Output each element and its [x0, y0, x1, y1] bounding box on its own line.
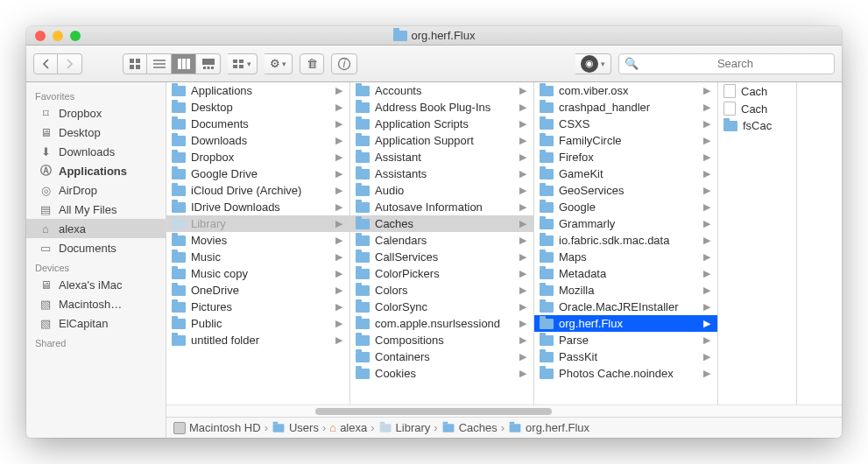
file-row[interactable]: Assistants▶ [350, 165, 533, 182]
file-row[interactable]: Maps▶ [534, 249, 717, 265]
file-row[interactable]: ColorPickers▶ [350, 265, 533, 282]
file-row[interactable]: Google Drive▶ [166, 165, 349, 182]
file-row[interactable]: PassKit▶ [534, 348, 717, 365]
file-row[interactable]: FamilyCircle▶ [534, 132, 717, 149]
horizontal-scrollbar[interactable] [166, 404, 842, 417]
zoom-button[interactable] [70, 31, 81, 41]
sidebar-item[interactable]: ▭Documents [26, 238, 166, 257]
sidebar-item[interactable]: ⒶApplications [26, 161, 166, 180]
file-row[interactable]: com.viber.osx▶ [534, 82, 717, 99]
file-row[interactable]: Documents▶ [166, 116, 349, 132]
folder-icon [356, 169, 370, 179]
sidebar-item[interactable]: ▧Macintosh… [26, 294, 166, 313]
sidebar-item[interactable]: ▧ElCapitan [26, 313, 166, 333]
path-segment[interactable]: Users [272, 421, 319, 434]
back-button[interactable] [33, 53, 58, 74]
file-row[interactable]: Parse▶ [534, 332, 717, 348]
file-row[interactable]: Audio▶ [350, 182, 533, 199]
sidebar-item[interactable]: 🖥Alexa's iMac [26, 275, 166, 294]
path-segment[interactable]: Library [378, 421, 431, 434]
file-row[interactable]: Grammarly▶ [534, 215, 717, 232]
sidebar-item[interactable]: ⌑Dropbox [26, 103, 166, 123]
arrange-button[interactable]: ▾ [228, 53, 258, 74]
column-view-button[interactable] [172, 53, 196, 74]
file-row[interactable]: CSXS▶ [534, 116, 717, 132]
action-button[interactable]: ⚙▾ [265, 53, 293, 74]
file-row[interactable]: fsCac [718, 117, 796, 134]
file-row[interactable]: CallServices▶ [350, 249, 533, 265]
trash-button[interactable]: 🗑 [300, 53, 324, 74]
file-row[interactable]: untitled folder▶ [166, 332, 349, 348]
file-row[interactable]: Music copy▶ [166, 265, 349, 282]
list-view-button[interactable] [147, 53, 172, 74]
file-row[interactable]: Cookies▶ [350, 365, 533, 382]
file-row[interactable]: Address Book Plug-Ins▶ [350, 99, 533, 116]
sidebar-item[interactable]: ⬇Downloads [26, 142, 166, 161]
minimize-button[interactable] [53, 31, 63, 41]
hd-icon: ▧ [39, 297, 53, 311]
file-row[interactable]: Library▶ [166, 215, 349, 232]
scrollbar-thumb[interactable] [315, 408, 552, 415]
file-row[interactable]: Cach [718, 82, 796, 100]
quicklook-button[interactable]: ◉▾ [575, 53, 611, 74]
file-row[interactable]: Application Scripts▶ [350, 116, 533, 132]
file-row[interactable]: org.herf.Flux▶ [534, 315, 717, 332]
file-row[interactable]: Movies▶ [166, 232, 349, 249]
file-row[interactable]: Desktop▶ [166, 99, 349, 116]
file-row[interactable]: Metadata▶ [534, 265, 717, 282]
file-row[interactable]: Containers▶ [350, 348, 533, 365]
file-row[interactable]: Google▶ [534, 199, 717, 215]
file-row[interactable]: io.fabric.sdk.mac.data▶ [534, 232, 717, 249]
folder-icon [540, 152, 554, 163]
file-row[interactable]: com.apple.nsurlsessiond▶ [350, 315, 533, 332]
close-button[interactable] [35, 31, 46, 41]
file-row[interactable]: Photos Cache.noindex▶ [534, 365, 717, 382]
sidebar-item[interactable]: ▤All My Files [26, 200, 166, 219]
sidebar-item[interactable]: ⌂alexa [26, 219, 166, 238]
file-row[interactable]: Autosave Information▶ [350, 199, 533, 215]
info-button[interactable]: i [331, 53, 357, 74]
file-row[interactable]: Assistant▶ [350, 149, 533, 165]
file-name: GameKit [559, 167, 698, 180]
file-row[interactable]: Caches▶ [350, 215, 533, 232]
file-row[interactable]: Downloads▶ [166, 132, 349, 149]
home-icon: ⌂ [329, 421, 336, 434]
chevron-right-icon: ▶ [335, 268, 346, 279]
file-row[interactable]: GameKit▶ [534, 165, 717, 182]
file-row[interactable]: Mozilla▶ [534, 282, 717, 299]
sidebar-item[interactable]: ◎AirDrop [26, 180, 166, 200]
file-row[interactable]: Music▶ [166, 249, 349, 265]
path-segment[interactable]: Caches [441, 421, 498, 434]
file-row[interactable]: Calendars▶ [350, 232, 533, 249]
file-row[interactable]: iCloud Drive (Archive)▶ [166, 182, 349, 199]
file-row[interactable]: OneDrive▶ [166, 282, 349, 299]
icon-view-button[interactable] [123, 53, 147, 74]
search-input[interactable] [642, 57, 829, 70]
imac-icon: 🖥 [39, 278, 53, 292]
file-row[interactable]: Dropbox▶ [166, 149, 349, 165]
file-row[interactable]: Colors▶ [350, 282, 533, 299]
file-row[interactable]: Application Support▶ [350, 132, 533, 149]
file-row[interactable]: Pictures▶ [166, 299, 349, 315]
sidebar-item[interactable]: 🖥Desktop [26, 123, 166, 142]
file-row[interactable]: Accounts▶ [350, 82, 533, 99]
folder-icon [356, 202, 370, 213]
forward-button[interactable] [58, 53, 82, 74]
file-row[interactable]: GeoServices▶ [534, 182, 717, 199]
file-row[interactable]: IDrive Downloads▶ [166, 199, 349, 215]
file-row[interactable]: Public▶ [166, 315, 349, 332]
path-segment[interactable]: ⌂alexa [329, 421, 367, 434]
path-segment[interactable]: Macintosh HD [173, 421, 261, 434]
gallery-view-button[interactable] [196, 53, 221, 74]
file-row[interactable]: Oracle.MacJREInstaller▶ [534, 299, 717, 315]
path-segment[interactable]: org.herf.Flux [508, 421, 589, 434]
window-title: org.herf.Flux [26, 29, 842, 42]
view-mode-buttons [123, 53, 221, 74]
file-row[interactable]: ColorSync▶ [350, 299, 533, 315]
file-row[interactable]: crashpad_handler▶ [534, 99, 717, 116]
file-row[interactable]: Applications▶ [166, 82, 349, 99]
file-row[interactable]: Compositions▶ [350, 332, 533, 348]
file-row[interactable]: Firefox▶ [534, 149, 717, 165]
search-field[interactable]: 🔍 [618, 53, 835, 74]
file-row[interactable]: Cach [718, 100, 796, 117]
